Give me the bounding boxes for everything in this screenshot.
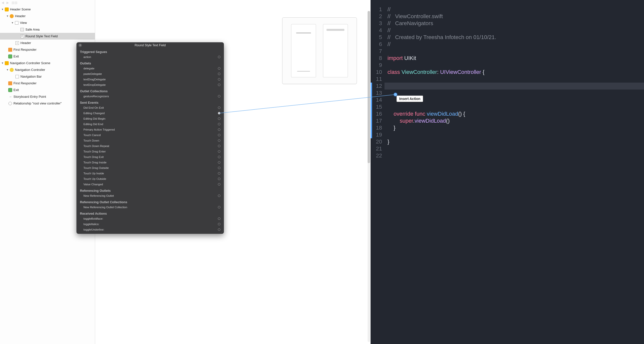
line-number[interactable]: 4 (370, 27, 384, 34)
code-line[interactable]: // Created by Treesha Infotech on 01/10/… (388, 34, 644, 41)
connection-port-icon[interactable] (218, 117, 220, 120)
code-line[interactable]: override func viewDidLoad() { (388, 110, 644, 117)
code-line[interactable] (388, 62, 644, 69)
code-line[interactable] (388, 76, 644, 83)
connection-port-icon[interactable] (218, 67, 220, 70)
forward-icon[interactable]: ▶ (6, 1, 9, 4)
code-line[interactable] (388, 90, 644, 97)
hud-connection-row[interactable]: delegate (76, 66, 224, 71)
hud-connection-row[interactable]: toggleUnderline: (76, 227, 224, 232)
connection-port-icon[interactable] (218, 123, 220, 125)
line-number[interactable]: 6 (370, 41, 384, 48)
line-number[interactable]: 5 (370, 34, 384, 41)
hud-connection-row[interactable]: Primary Action Triggered (76, 127, 224, 132)
disclosure-icon[interactable]: ▼ (11, 21, 14, 24)
code-line[interactable] (388, 103, 644, 110)
hud-connection-row[interactable]: New Referencing Outlet Collection (76, 204, 224, 210)
line-number[interactable]: 11 (370, 76, 384, 83)
line-number[interactable]: 12 (370, 83, 384, 90)
line-number[interactable]: 1 (370, 6, 384, 13)
line-number[interactable]: 20 (370, 138, 384, 145)
connection-port-icon[interactable] (218, 167, 220, 169)
resize-grip-icon[interactable]: ⋰ (221, 230, 223, 233)
tree-scene-header[interactable]: ▼ Header Scene (0, 6, 95, 13)
canvas-minimap[interactable] (282, 17, 357, 84)
disclosure-icon[interactable]: ▼ (1, 62, 4, 64)
connection-port-icon[interactable] (218, 183, 220, 185)
scrollbar-thumb[interactable] (368, 11, 370, 163)
hud-connection-row[interactable]: action (76, 54, 224, 60)
connection-port-icon[interactable] (218, 95, 220, 98)
hud-connection-row[interactable]: pasteDelegate (76, 71, 224, 77)
connection-port-icon[interactable] (218, 156, 220, 158)
code-line[interactable]: // (388, 41, 644, 48)
code-line[interactable]: // ViewController.swift (388, 13, 644, 20)
code-line[interactable]: class ViewController: UIViewController { (388, 69, 644, 76)
back-icon[interactable]: ◀ (2, 1, 4, 4)
connection-port-icon[interactable] (218, 228, 220, 231)
hud-connection-row[interactable]: Touch Cancel (76, 132, 224, 138)
tree-textfield[interactable]: F Round Style Text Field (0, 33, 95, 39)
code-line[interactable] (388, 145, 644, 152)
connection-port-icon[interactable] (218, 194, 220, 197)
code-line[interactable]: // CareNavigators (388, 20, 644, 27)
hud-connection-row[interactable]: Value Changed (76, 181, 224, 187)
code-line[interactable] (388, 131, 644, 138)
connection-port-icon[interactable] (218, 206, 220, 208)
connection-port-icon[interactable] (218, 106, 220, 109)
connection-port-icon[interactable] (218, 139, 220, 142)
connection-port-icon[interactable] (218, 73, 220, 75)
code-area[interactable]: //// ViewController.swift// CareNavigato… (384, 5, 644, 344)
disclosure-icon[interactable]: ▼ (6, 15, 9, 17)
hud-connection-row[interactable]: Touch Drag Inside (76, 160, 224, 165)
canvas-scrollbar[interactable] (368, 11, 370, 342)
hud-connection-row[interactable]: Touch Drag Enter (76, 149, 224, 154)
code-line[interactable]: import UIKit (388, 55, 644, 62)
close-icon[interactable]: ✕ (78, 43, 82, 47)
hud-connection-row[interactable]: Editing Changed (76, 110, 224, 116)
connection-port-icon[interactable] (218, 78, 220, 81)
code-line[interactable] (388, 97, 644, 103)
disclosure-icon[interactable]: ▼ (6, 68, 9, 71)
code-line[interactable] (388, 152, 644, 159)
line-number[interactable]: 17 (370, 117, 384, 124)
tree-vc-header[interactable]: ▼ Header (0, 13, 95, 19)
connection-port-icon[interactable] (218, 56, 220, 58)
line-number[interactable]: 7 (370, 48, 384, 55)
connection-port-icon[interactable] (218, 177, 220, 180)
ib-canvas[interactable]: ✕ Round Style Text Field Triggered Segue… (95, 5, 370, 344)
line-number[interactable]: 2 (370, 13, 384, 20)
line-number[interactable]: 22 (370, 152, 384, 159)
disclosure-icon[interactable]: ▼ (1, 8, 4, 11)
connection-port-icon[interactable] (218, 134, 220, 136)
connection-port-icon[interactable] (218, 223, 220, 225)
hud-connection-row[interactable]: Touch Down (76, 138, 224, 143)
hud-connection-row[interactable]: toggleItalics: (76, 221, 224, 227)
line-gutter[interactable]: 12345678910111213141516171819202122 (370, 5, 384, 344)
line-number[interactable]: 16 (370, 110, 384, 117)
hud-connection-row[interactable]: Did End On Exit (76, 105, 224, 110)
code-line[interactable]: // (388, 27, 644, 34)
code-line[interactable] (388, 48, 644, 55)
hud-connection-row[interactable]: textDragDelegate (76, 77, 224, 82)
code-editor[interactable]: 12345678910111213141516171819202122 ////… (370, 5, 644, 344)
code-line[interactable]: // (388, 6, 644, 13)
tree-safe-area[interactable]: Safe Area (0, 26, 95, 33)
hud-connection-row[interactable]: Touch Drag Outside (76, 165, 224, 171)
connection-port-icon[interactable] (218, 172, 220, 174)
line-number[interactable]: 9 (370, 62, 384, 69)
hud-connection-row[interactable]: Editing Did End (76, 121, 224, 127)
connection-port-icon[interactable] (218, 112, 220, 114)
line-number[interactable]: 21 (370, 145, 384, 152)
connection-port-icon[interactable] (218, 145, 220, 147)
line-number[interactable]: 10 (370, 69, 384, 76)
hud-connection-row[interactable]: Touch Down Repeat (76, 143, 224, 149)
connection-port-icon[interactable] (218, 161, 220, 164)
code-line[interactable]: super.viewDidLoad() (388, 117, 644, 124)
line-number[interactable]: 19 (370, 131, 384, 138)
hud-connection-row[interactable]: Touch Drag Exit (76, 154, 224, 160)
related-items-icon[interactable]: ▥▥ (12, 1, 18, 4)
hud-connection-row[interactable]: textDropDelegate (76, 82, 224, 88)
hud-connection-row[interactable]: toggleBoldface: (76, 216, 224, 221)
code-line[interactable]: } (388, 138, 644, 145)
